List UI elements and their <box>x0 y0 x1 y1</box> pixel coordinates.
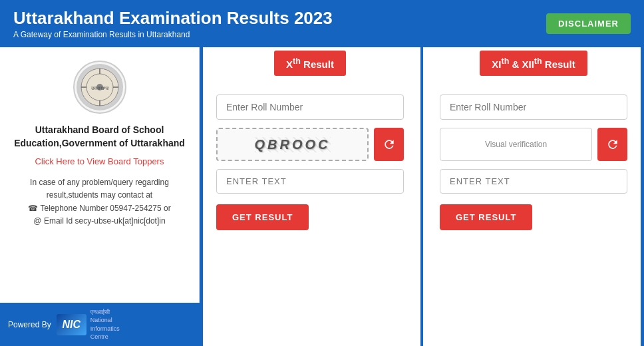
panel-xii: XIth & XIIth Result Visual verification <box>423 47 644 346</box>
panel-x-roll-input[interactable] <box>216 94 404 120</box>
panel-x-submit-wrap: GET RESULT <box>216 204 404 230</box>
svg-text:उत्तराखण्ड: उत्तराखण्ड <box>90 86 109 90</box>
panel-xii-refresh-button[interactable] <box>597 128 627 161</box>
nic-icon: NIC <box>57 314 86 335</box>
panel-x-badge: Xth Result <box>274 51 346 76</box>
panel-x-captcha-input[interactable] <box>216 169 404 194</box>
page-title: Uttarakhand Examination Results 2023 <box>13 8 333 29</box>
left-blue-bar <box>200 47 203 346</box>
nic-text: एनआईसी National Informatics Centre <box>90 308 120 341</box>
panel-xii-captcha-row: Visual verification <box>440 128 627 161</box>
panel-xii-roll-input[interactable] <box>440 94 627 120</box>
disclaimer-button[interactable]: DISCLAIMER <box>546 13 631 34</box>
panel-xii-captcha-visual: Visual verification <box>440 128 592 161</box>
panel-xii-content: Visual verification GET RESULT <box>440 88 627 230</box>
panel-xii-header-wrap: XIth & XIIth Result <box>440 47 627 76</box>
board-logo: उत्तराखण्ड <box>73 61 126 114</box>
panel-x-content: QBROOC GET RESULT <box>216 88 404 230</box>
nic-logo: NIC एनआईसी National Informatics Centre <box>57 308 120 341</box>
panel-x-captcha-row: QBROOC <box>216 128 404 161</box>
phone-icon: ☎ <box>28 204 40 213</box>
header: Uttarakhand Examination Results 2023 A G… <box>0 0 644 47</box>
main-content: उत्तराखण्ड Uttarakhand Board of School E… <box>0 47 644 346</box>
panels-container: Xth Result QBROOC GET <box>200 47 644 346</box>
panel-xii-get-result-button[interactable]: GET RESULT <box>440 204 532 230</box>
header-left: Uttarakhand Examination Results 2023 A G… <box>13 8 333 39</box>
powered-by-section: Powered By NIC एनआईसी National Informati… <box>0 303 200 346</box>
panel-x-captcha-box: QBROOC <box>216 128 369 161</box>
panel-x-header-wrap: Xth Result <box>216 47 404 76</box>
refresh-icon <box>383 138 396 151</box>
panel-x-get-result-button[interactable]: GET RESULT <box>216 204 309 230</box>
panel-x-refresh-button[interactable] <box>374 128 404 161</box>
page-subtitle: A Gateway of Examination Results in Utta… <box>13 30 333 39</box>
email-icon: @ <box>33 216 44 226</box>
sidebar: उत्तराखण्ड Uttarakhand Board of School E… <box>0 47 200 346</box>
right-blue-bar <box>641 47 644 346</box>
panel-x: Xth Result QBROOC GET <box>200 47 420 346</box>
panel-xii-captcha-input[interactable] <box>440 169 627 194</box>
panel-x-captcha-text: QBROOC <box>255 137 331 152</box>
toppers-link[interactable]: Click Here to View Board Toppers <box>13 156 186 166</box>
panel-xii-submit-wrap: GET RESULT <box>440 204 627 230</box>
powered-by-label: Powered By <box>8 320 51 329</box>
board-name: Uttarakhand Board of School Education,Go… <box>13 124 186 150</box>
panel-xii-badge: XIth & XIIth Result <box>480 51 587 76</box>
info-text: In case of any problem/query regarding r… <box>13 176 186 228</box>
refresh-icon-2 <box>606 138 619 151</box>
logo-inner: उत्तराखण्ड <box>77 64 123 110</box>
